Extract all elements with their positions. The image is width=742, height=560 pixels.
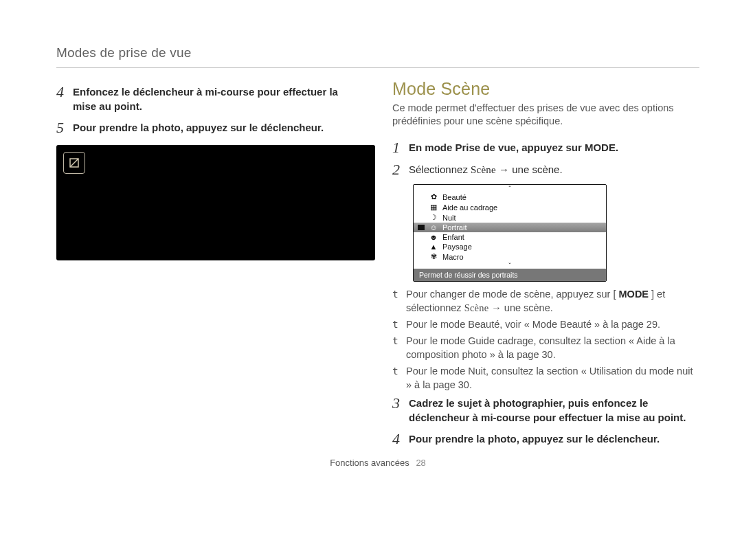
notes-list: t Pour changer de mode de scène, appuyez… bbox=[392, 287, 699, 392]
scene-menu: ˆ ✿ Beauté ▦ Aide au cadrage ☽ Nuit ☺ Po… bbox=[413, 184, 607, 282]
scene-item-beaute[interactable]: ✿ Beauté bbox=[414, 192, 606, 202]
portrait-icon: ☺ bbox=[429, 223, 438, 232]
scene-item-enfant[interactable]: ☻ Enfant bbox=[414, 232, 606, 242]
night-icon: ☽ bbox=[429, 213, 438, 222]
step-number: 1 bbox=[392, 140, 409, 155]
bullet-marker: t bbox=[392, 287, 399, 315]
note-icon bbox=[63, 152, 85, 174]
scene-item-label: Beauté bbox=[442, 193, 466, 201]
list-item: t Pour le mode Guide cadrage, consultez … bbox=[392, 334, 699, 361]
step-4-left: 4 Enfoncez le déclencheur à mi-course po… bbox=[56, 85, 363, 113]
bullet-marker: t bbox=[392, 334, 399, 361]
scene-item-label: Aide au cadrage bbox=[442, 203, 497, 212]
scene-item-label: Portrait bbox=[442, 223, 466, 232]
scene-item-label: Macro bbox=[442, 253, 464, 261]
scene-item-label: Nuit bbox=[442, 214, 456, 222]
left-column: 4 Enfoncez le déclencheur à mi-course po… bbox=[56, 80, 363, 260]
beauty-icon: ✿ bbox=[429, 192, 438, 201]
step-5-left: 5 Pour prendre la photo, appuyez sur le … bbox=[56, 120, 363, 135]
section-name: Fonctions avancées bbox=[330, 458, 409, 468]
bullet-marker: t bbox=[392, 317, 399, 331]
right-column: Mode Scène Ce mode permet d'effectuer de… bbox=[392, 80, 699, 453]
list-item: t Pour le mode Beauté, voir « Mode Beaut… bbox=[392, 317, 699, 331]
step-3: 3 Cadrez le sujet à photographier, puis … bbox=[392, 396, 699, 425]
scene-item-portrait[interactable]: ☺ Portrait bbox=[414, 223, 606, 232]
macro-icon: ✾ bbox=[429, 252, 438, 261]
chevron-up-icon: ˆ bbox=[414, 185, 606, 192]
landscape-icon: ▲ bbox=[429, 243, 438, 251]
step-number: 4 bbox=[392, 432, 409, 447]
divider bbox=[56, 67, 699, 68]
step-1: 1 En mode Prise de vue, appuyez sur MODE… bbox=[392, 140, 699, 155]
step-text: Pour prendre la photo, appuyez sur le dé… bbox=[73, 120, 363, 135]
page-footer: Fonctions avancées 28 bbox=[56, 458, 699, 468]
frame-guide-icon: ▦ bbox=[429, 203, 438, 212]
step-text: Cadrez le sujet à photographier, puis en… bbox=[409, 396, 699, 425]
scene-item-macro[interactable]: ✾ Macro bbox=[414, 251, 606, 262]
scene-item-nuit[interactable]: ☽ Nuit bbox=[414, 212, 606, 223]
step-4-right: 4 Pour prendre la photo, appuyez sur le … bbox=[392, 432, 699, 447]
step-text: Enfoncez le déclencheur à mi-course pour… bbox=[73, 85, 363, 113]
bullet-marker: t bbox=[392, 364, 399, 392]
step-text: Pour prendre la photo, appuyez sur le dé… bbox=[409, 432, 699, 446]
step-number: 3 bbox=[392, 396, 409, 411]
scene-menu-footer: Permet de réussir des portraits bbox=[414, 269, 606, 281]
list-item: t Pour le mode Nuit, consultez la sectio… bbox=[392, 364, 699, 392]
step-number: 5 bbox=[56, 120, 73, 135]
step-text: En mode Prise de vue, appuyez sur MODE. bbox=[409, 140, 699, 155]
scene-item-label: Enfant bbox=[442, 233, 464, 241]
note-box bbox=[56, 145, 375, 260]
intro-paragraph: Ce mode permet d'effectuer des prises de… bbox=[392, 102, 699, 128]
scene-item-paysage[interactable]: ▲ Paysage bbox=[414, 242, 606, 251]
chevron-down-icon: ˇ bbox=[414, 262, 606, 269]
scene-item-aide-cadrage[interactable]: ▦ Aide au cadrage bbox=[414, 202, 606, 212]
step-2: 2 Sélectionnez Scène → une scène. bbox=[392, 162, 699, 177]
step-number: 2 bbox=[392, 162, 409, 177]
section-heading: Mode Scène bbox=[392, 79, 699, 99]
step-number: 4 bbox=[56, 85, 73, 100]
step-text: Sélectionnez Scène → une scène. bbox=[409, 162, 699, 177]
running-header: Modes de prise de vue bbox=[56, 45, 699, 60]
list-item: t Pour changer de mode de scène, appuyez… bbox=[392, 287, 699, 315]
child-icon: ☻ bbox=[429, 233, 438, 241]
page-number: 28 bbox=[416, 458, 425, 468]
scene-item-label: Paysage bbox=[442, 243, 472, 251]
